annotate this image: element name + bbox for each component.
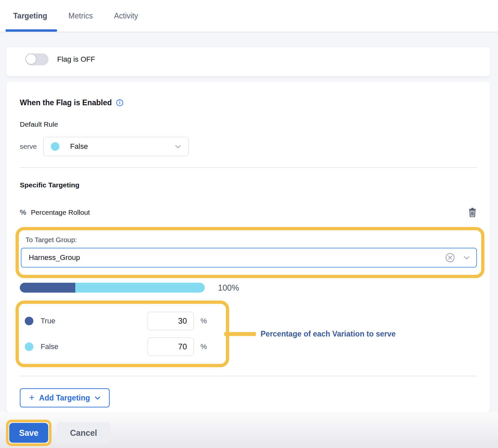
footer-bar: Save Cancel (0, 412, 498, 448)
save-button[interactable]: Save (9, 423, 48, 443)
trash-icon (468, 208, 477, 217)
rollout-weight-bar (20, 283, 205, 293)
variation-row-false: False % (19, 334, 226, 359)
add-targeting-label: Add Targeting (39, 394, 90, 402)
plus-icon: + (29, 392, 34, 403)
percent-unit-label: % (200, 317, 208, 325)
info-icon[interactable] (116, 99, 124, 107)
chevron-down-icon[interactable] (464, 256, 470, 260)
annotation-text: Percentage of each Variation to serve (261, 330, 396, 338)
variation-row-true: True % (19, 308, 226, 334)
target-group-value: Harness_Group (29, 253, 445, 262)
percent-unit-label: % (200, 342, 208, 351)
variation-color-dot (51, 142, 59, 151)
add-targeting-button[interactable]: + Add Targeting (20, 388, 110, 407)
variation-false-weight-input[interactable] (148, 337, 194, 356)
flag-status-card: Flag is OFF (6, 47, 490, 77)
tab-bar: Targeting Metrics Activity (0, 0, 498, 32)
variations-highlight-box: True % False % (16, 301, 229, 367)
target-group-select[interactable]: Harness_Group (21, 248, 477, 268)
flag-status-label: Flag is OFF (57, 55, 95, 64)
default-rule-label: Default Rule (20, 120, 477, 128)
cancel-button[interactable]: Cancel (57, 422, 110, 443)
default-variation-select[interactable]: False (43, 137, 189, 156)
clear-icon[interactable] (445, 253, 455, 263)
toggle-knob-icon (25, 53, 37, 65)
selected-variation-value: False (70, 142, 175, 151)
target-group-highlight-box: To Target Group: Harness_Group (16, 227, 484, 278)
flag-rules-card: When the Flag is Enabled Default Rule se… (6, 82, 490, 412)
chevron-down-icon (95, 396, 100, 400)
bar-total-label: 100% (218, 283, 239, 293)
variation-annotation: Percentage of each Variation to serve (224, 330, 396, 338)
variation-true-name: True (41, 317, 148, 325)
annotation-connector-line (224, 332, 256, 336)
flag-toggle[interactable] (25, 53, 49, 65)
tab-metrics[interactable]: Metrics (68, 0, 93, 32)
serve-label: serve (20, 143, 37, 150)
enabled-section-title: When the Flag is Enabled (20, 98, 477, 107)
divider (20, 376, 477, 376)
bar-segment-true (20, 283, 75, 293)
target-group-label: To Target Group: (25, 236, 477, 244)
rollout-rule-title: Percentage Rollout (31, 208, 468, 216)
save-highlight-ring: Save (6, 420, 52, 446)
chevron-down-icon (175, 145, 181, 148)
variation-false-name: False (41, 342, 148, 351)
variation-true-weight-input[interactable] (148, 312, 194, 330)
specific-targeting-label: Specific Targeting (20, 181, 477, 189)
tab-targeting[interactable]: Targeting (13, 0, 47, 32)
variation-true-dot (25, 317, 33, 325)
delete-rule-button[interactable] (468, 208, 477, 217)
tab-activity[interactable]: Activity (114, 0, 138, 32)
percentage-icon: % (20, 208, 26, 217)
bar-segment-false (75, 283, 205, 293)
divider (20, 167, 477, 168)
page-title: When the Flag is Enabled (20, 98, 112, 107)
variation-false-dot (25, 342, 33, 351)
